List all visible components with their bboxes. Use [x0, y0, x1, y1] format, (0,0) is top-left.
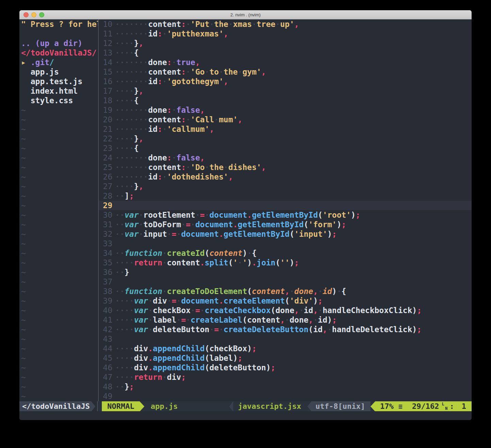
code-line[interactable]: 14·······done:·true,	[99, 58, 472, 67]
code-token: done	[294, 287, 313, 296]
code-token: checkBox	[153, 306, 191, 315]
empty-line-tilde: ~	[21, 210, 98, 220]
netrw-file-appjs[interactable]: app.js	[21, 67, 98, 77]
code-line[interactable]: 17····},	[99, 86, 472, 96]
code-token: ·······	[115, 58, 148, 67]
code-line[interactable]: 19·······done:·false,	[99, 105, 472, 115]
code-token: done	[289, 315, 308, 324]
code-line[interactable]: 20·······content:·'Call·mum',	[99, 115, 472, 124]
code-line[interactable]: 41····var·label·=·createLabel(content,·d…	[99, 315, 472, 325]
code-token: ·	[195, 211, 200, 219]
code-text: ·······id:·'dothedishes',	[115, 172, 233, 182]
netrw-up-dir[interactable]: .. (up a dir)	[21, 38, 98, 48]
code-token: .. (up a dir)	[21, 39, 82, 48]
code-token: ;	[129, 191, 134, 200]
code-token: =	[195, 306, 200, 315]
code-token: ·	[176, 315, 181, 324]
code-line[interactable]: 43	[99, 334, 472, 344]
code-token: )	[327, 315, 332, 324]
code-line[interactable]: 28··];	[99, 191, 472, 201]
code-line[interactable]: 48··};	[99, 382, 472, 391]
code-line[interactable]: 13····{	[99, 48, 472, 58]
code-text: ····div.appendChild(label);	[115, 353, 242, 363]
code-line[interactable]: 42····var·deleteButton·=·createDeleteBut…	[99, 325, 472, 334]
code-token: done	[148, 58, 167, 67]
code-token: ·······	[115, 20, 148, 29]
netrw-dir-git[interactable]: ▸ .git/	[21, 58, 98, 67]
code-token: document	[181, 230, 219, 238]
code-line[interactable]: 44····div.appendChild(checkBox);	[99, 344, 472, 353]
code-line[interactable]: 26·······id:·'dothedishes',	[99, 172, 472, 182]
code-line[interactable]: 15·······content:·'Go·to·the·gym',	[99, 67, 472, 77]
code-token: ·	[162, 29, 167, 38]
code-token: (	[318, 211, 323, 219]
code-line[interactable]: 35····return·content.split('·').join('')…	[99, 258, 472, 267]
editor[interactable]: 10·······content:·'Put·the·xmas·tree·up'…	[99, 19, 472, 401]
netrw-file-stylecss[interactable]: style.css	[21, 96, 98, 105]
code-token: ·	[148, 315, 153, 324]
code-line[interactable]: 25·······content:·'Do·the·dishes',	[99, 163, 472, 172]
code-line[interactable]: 39····var·div·=·document.createElement('…	[99, 296, 472, 306]
line-number: 14	[99, 58, 112, 67]
code-token: ····	[115, 134, 134, 143]
code-token: document	[209, 211, 247, 219]
terminal-window: 2. nvim . (nvim) " Press ? for help.. (u…	[19, 10, 472, 420]
code-token: =	[214, 325, 219, 334]
code-token: ·	[252, 20, 257, 29]
file-explorer[interactable]: " Press ? for help.. (up a dir)</todoVan…	[19, 19, 98, 401]
code-line[interactable]: 34··function·createId(content)·{	[99, 248, 472, 258]
code-line[interactable]: 27····},	[99, 182, 472, 191]
code-line[interactable]: 36··}	[99, 267, 472, 277]
netrw-tree-root[interactable]: </todoVanillaJS/	[21, 48, 98, 58]
code-token: ·	[191, 306, 195, 315]
code-line[interactable]: 32··var·input·=·document.getElementById(…	[99, 229, 472, 239]
line-number: 29	[99, 201, 112, 210]
code-line[interactable]: 46····div.appendChild(deleteButton);	[99, 363, 472, 372]
line-number: 26	[99, 172, 112, 182]
code-token: .	[200, 258, 205, 267]
empty-line-tilde: ~	[21, 229, 98, 239]
code-token: }	[134, 134, 139, 143]
code-line[interactable]: 18····{	[99, 96, 472, 105]
code-line[interactable]: 30··var·rootElement·=·document.getElemen…	[99, 210, 472, 220]
code-token: createElement	[224, 296, 285, 305]
code-token: '	[242, 258, 247, 267]
code-token: ~	[21, 144, 26, 153]
code-token: gym'	[242, 67, 261, 76]
code-line[interactable]: 23····{	[99, 143, 472, 153]
netrw-file-indexhtml[interactable]: index.html	[21, 86, 98, 96]
code-token: ·	[186, 67, 191, 76]
code-token: id	[148, 125, 158, 134]
code-token: ·	[172, 153, 176, 162]
code-line[interactable]: 24·······done:·false,	[99, 153, 472, 163]
code-line[interactable]: 11·······id:·'putthexmas',	[99, 29, 472, 38]
code-token: tree	[257, 20, 275, 29]
code-token: div	[153, 296, 167, 305]
code-line[interactable]: 47····return·div;	[99, 372, 472, 382]
line-number: 22	[99, 134, 112, 143]
code-token: .	[148, 363, 153, 372]
code-token: :	[158, 29, 162, 38]
code-line[interactable]: 22····},	[99, 134, 472, 143]
code-line[interactable]: 12····},	[99, 38, 472, 48]
code-token: }	[134, 87, 139, 95]
code-line[interactable]: 31··var·toDoForm·=·document.getElementBy…	[99, 220, 472, 229]
line-number: 19	[99, 105, 112, 115]
code-line-cursor[interactable]: 29	[99, 201, 472, 210]
code-line[interactable]: 40····var·checkBox·=·createCheckbox(done…	[99, 306, 472, 315]
titlebar: 2. nvim . (nvim)	[19, 10, 472, 19]
code-token: ~	[21, 211, 26, 219]
code-line[interactable]: 37	[99, 277, 472, 287]
code-line[interactable]: 38··function·createToDoElement(content,·…	[99, 287, 472, 296]
code-token: deleteButton	[209, 363, 266, 372]
empty-line-tilde: ~	[21, 258, 98, 267]
line-number: 46	[99, 363, 112, 372]
code-line[interactable]: 21·······id:·'callmum',	[99, 124, 472, 134]
code-line[interactable]: 10·······content:·'Put·the·xmas·tree·up'…	[99, 19, 472, 29]
code-line[interactable]: 16·······id:·'gotothegym',	[99, 77, 472, 86]
line-number: 18	[99, 96, 112, 105]
code-line[interactable]: 33	[99, 239, 472, 248]
netrw-file-apptestjs[interactable]: app.test.js	[21, 77, 98, 86]
code-line[interactable]: 45····div.appendChild(label);	[99, 353, 472, 363]
code-line[interactable]: 49	[99, 391, 472, 401]
